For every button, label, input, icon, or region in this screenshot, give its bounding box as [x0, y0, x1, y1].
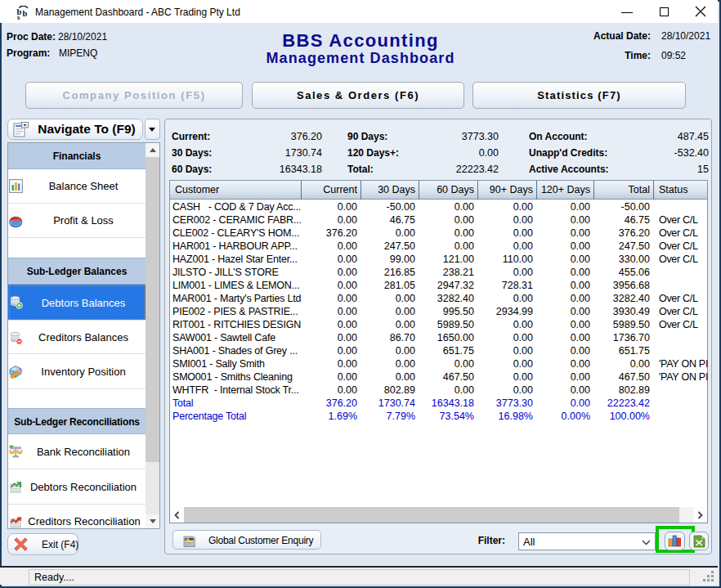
svg-text:b: b	[23, 9, 28, 18]
